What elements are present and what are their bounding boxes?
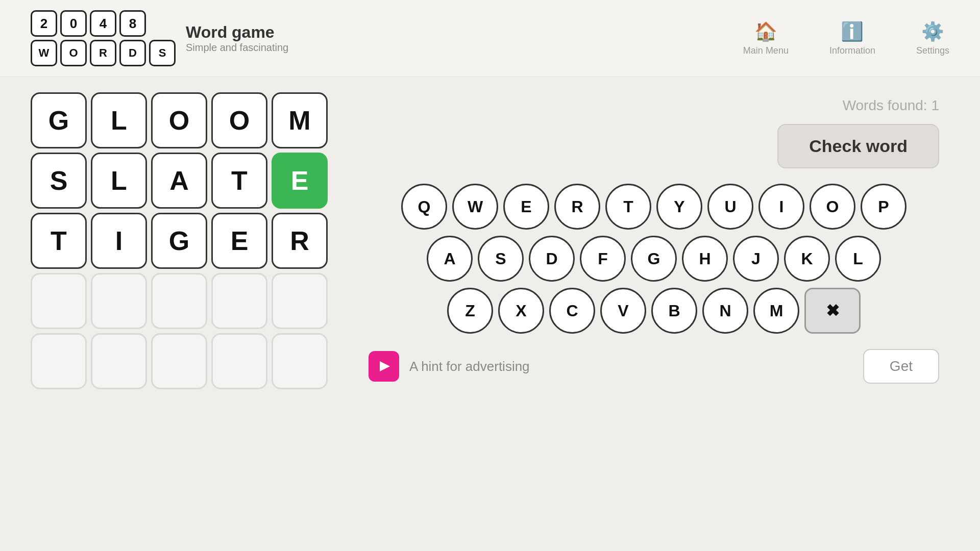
grid-cell-2-1[interactable]: I bbox=[91, 213, 147, 269]
grid-cell-1-3[interactable]: T bbox=[211, 153, 267, 209]
key-l[interactable]: L bbox=[835, 236, 881, 282]
key-m[interactable]: M bbox=[753, 288, 799, 334]
key-c[interactable]: C bbox=[549, 288, 595, 334]
main-content: GLOOMSLATETIGER Words found: 1 Check wor… bbox=[0, 77, 980, 405]
key-r[interactable]: R bbox=[554, 184, 600, 230]
logo-numbers: 2 0 4 8 bbox=[31, 10, 176, 37]
grid-cell-2-4[interactable]: R bbox=[272, 213, 328, 269]
key-o[interactable]: O bbox=[810, 184, 855, 230]
key-u[interactable]: U bbox=[707, 184, 753, 230]
logo-word-w: W bbox=[31, 40, 57, 66]
logo-number-8: 8 bbox=[119, 10, 146, 37]
grid-cell-2-0[interactable]: T bbox=[31, 213, 87, 269]
game-subtitle: Simple and fascinating bbox=[186, 42, 288, 54]
key-e[interactable]: E bbox=[503, 184, 549, 230]
grid-cell-4-3[interactable] bbox=[211, 333, 267, 389]
key-w[interactable]: W bbox=[452, 184, 498, 230]
key-b[interactable]: B bbox=[651, 288, 697, 334]
key-q[interactable]: Q bbox=[401, 184, 447, 230]
logo-number-4: 4 bbox=[90, 10, 116, 37]
grid-row-0: GLOOM bbox=[31, 92, 328, 148]
grid-cell-4-4[interactable] bbox=[272, 333, 328, 389]
hint-text: A hint for advertising bbox=[409, 359, 530, 374]
info-icon: ℹ️ bbox=[841, 21, 864, 42]
key-f[interactable]: F bbox=[580, 236, 626, 282]
key-i[interactable]: I bbox=[758, 184, 804, 230]
key-s[interactable]: S bbox=[478, 236, 524, 282]
grid-cell-0-1[interactable]: L bbox=[91, 92, 147, 148]
grid-cell-4-2[interactable] bbox=[151, 333, 207, 389]
game-title: Word game bbox=[186, 23, 288, 42]
key-g[interactable]: G bbox=[631, 236, 677, 282]
settings-label: Settings bbox=[916, 45, 949, 56]
logo-words: W O R D S bbox=[31, 40, 176, 66]
hint-area: A hint for advertising Get bbox=[358, 349, 949, 384]
grid-cell-3-4[interactable] bbox=[272, 273, 328, 329]
grid-cell-4-0[interactable] bbox=[31, 333, 87, 389]
grid-cell-3-3[interactable] bbox=[211, 273, 267, 329]
logo-word-r: R bbox=[90, 40, 116, 66]
settings-icon: ⚙️ bbox=[921, 21, 944, 42]
nav-main-menu[interactable]: 🏠 Main Menu bbox=[743, 21, 789, 56]
grid-cell-2-3[interactable]: E bbox=[211, 213, 267, 269]
hint-ad-icon bbox=[369, 351, 399, 382]
key-n[interactable]: N bbox=[702, 288, 748, 334]
keyboard: QWERTYUIOPASDFGHJKLZXCVBNM✖ bbox=[358, 184, 949, 334]
grid-row-4 bbox=[31, 333, 328, 389]
grid-cell-2-2[interactable]: G bbox=[151, 213, 207, 269]
grid-row-3 bbox=[31, 273, 328, 329]
svg-marker-0 bbox=[380, 361, 390, 371]
grid-cell-1-2[interactable]: A bbox=[151, 153, 207, 209]
keyboard-row-0: QWERTYUIOP bbox=[401, 184, 906, 230]
grid-cell-0-2[interactable]: O bbox=[151, 92, 207, 148]
home-icon: 🏠 bbox=[754, 21, 777, 42]
nav-information[interactable]: ℹ️ Information bbox=[829, 21, 875, 56]
key-h[interactable]: H bbox=[682, 236, 728, 282]
grid-cell-3-1[interactable] bbox=[91, 273, 147, 329]
game-title-area: Word game Simple and fascinating bbox=[186, 23, 288, 54]
words-found: Words found: 1 bbox=[358, 97, 949, 114]
information-label: Information bbox=[829, 45, 875, 56]
backspace-key[interactable]: ✖ bbox=[804, 288, 861, 334]
header: 2 0 4 8 W O R D S Word game Simple and f… bbox=[0, 0, 980, 77]
nav-settings[interactable]: ⚙️ Settings bbox=[916, 21, 949, 56]
key-k[interactable]: K bbox=[784, 236, 830, 282]
grid-cell-1-1[interactable]: L bbox=[91, 153, 147, 209]
keyboard-row-2: ZXCVBNM✖ bbox=[447, 288, 861, 334]
keyboard-row-1: ASDFGHJKL bbox=[427, 236, 881, 282]
grid-cell-4-1[interactable] bbox=[91, 333, 147, 389]
logo-area: 2 0 4 8 W O R D S bbox=[31, 10, 176, 66]
key-p[interactable]: P bbox=[861, 184, 906, 230]
game-grid: GLOOMSLATETIGER bbox=[31, 92, 328, 389]
key-z[interactable]: Z bbox=[447, 288, 493, 334]
logo-number-2: 2 bbox=[31, 10, 57, 37]
grid-cell-1-4[interactable]: E bbox=[272, 153, 328, 209]
grid-cell-0-0[interactable]: G bbox=[31, 92, 87, 148]
grid-cell-3-0[interactable] bbox=[31, 273, 87, 329]
check-word-button[interactable]: Check word bbox=[777, 124, 939, 168]
logo-number-0: 0 bbox=[60, 10, 87, 37]
get-hint-button[interactable]: Get bbox=[863, 349, 939, 384]
right-panel: Words found: 1 Check word QWERTYUIOPASDF… bbox=[358, 92, 949, 389]
key-d[interactable]: D bbox=[529, 236, 575, 282]
key-j[interactable]: J bbox=[733, 236, 779, 282]
grid-cell-1-0[interactable]: S bbox=[31, 153, 87, 209]
logo-word-s: S bbox=[149, 40, 176, 66]
grid-cell-0-3[interactable]: O bbox=[211, 92, 267, 148]
key-y[interactable]: Y bbox=[656, 184, 702, 230]
main-menu-label: Main Menu bbox=[743, 45, 789, 56]
key-v[interactable]: V bbox=[600, 288, 646, 334]
key-t[interactable]: T bbox=[605, 184, 651, 230]
key-x[interactable]: X bbox=[498, 288, 544, 334]
grid-cell-0-4[interactable]: M bbox=[272, 92, 328, 148]
key-a[interactable]: A bbox=[427, 236, 473, 282]
logo-word-o: O bbox=[60, 40, 87, 66]
grid-cell-3-2[interactable] bbox=[151, 273, 207, 329]
nav-area: 🏠 Main Menu ℹ️ Information ⚙️ Settings bbox=[743, 21, 949, 56]
grid-row-1: SLATE bbox=[31, 153, 328, 209]
logo-word-d: D bbox=[119, 40, 146, 66]
grid-row-2: TIGER bbox=[31, 213, 328, 269]
